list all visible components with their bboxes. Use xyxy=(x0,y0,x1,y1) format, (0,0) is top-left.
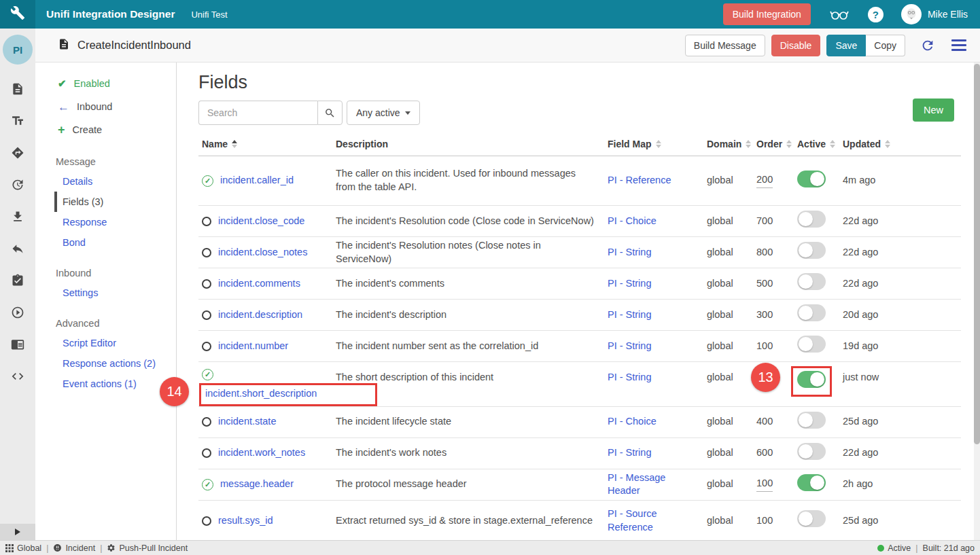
field-name-link[interactable]: incident.comments xyxy=(218,278,300,289)
new-field-button[interactable]: New xyxy=(913,99,954,122)
column-header-field-map[interactable]: Field Map xyxy=(608,139,707,149)
field-order[interactable]: 500 xyxy=(756,268,797,299)
active-toggle[interactable] xyxy=(797,273,826,290)
field-order[interactable]: 100 xyxy=(756,331,797,361)
process-avatar[interactable]: PI xyxy=(3,35,33,65)
nav-item-response-actions[interactable]: Response actions (2) xyxy=(35,353,176,374)
field-name-cell: incident.description xyxy=(198,300,336,330)
field-order[interactable]: 200 xyxy=(756,156,797,205)
field-order[interactable]: 300 xyxy=(756,300,797,330)
field-active-cell xyxy=(797,156,843,205)
search-button[interactable] xyxy=(317,101,343,125)
nav-create[interactable]: + Create xyxy=(35,118,176,141)
user-menu[interactable]: Mike Ellis xyxy=(901,4,968,24)
statusbar-integration[interactable]: Push-Pull Incident xyxy=(107,543,188,553)
active-toggle[interactable] xyxy=(797,211,826,228)
search-input[interactable] xyxy=(198,101,317,125)
column-header-domain[interactable]: Domain xyxy=(707,139,756,149)
field-name-link[interactable]: incident.caller_id xyxy=(220,175,294,185)
nav-inbound-direction[interactable]: ← Inbound xyxy=(35,95,176,118)
nav-enabled[interactable]: ✔ Enabled xyxy=(35,72,176,95)
nav-item-bond[interactable]: Bond xyxy=(35,232,176,253)
download-icon[interactable] xyxy=(11,210,24,223)
nav-item-fields[interactable]: Fields (3) xyxy=(54,192,176,212)
refresh-icon[interactable] xyxy=(920,38,935,53)
disable-button[interactable]: Disable xyxy=(771,35,821,56)
field-map-link[interactable]: PI - Source Reference xyxy=(608,507,697,534)
field-map-link[interactable]: PI - Message Header xyxy=(608,471,697,498)
save-button[interactable]: Save xyxy=(826,35,866,56)
nav-item-response[interactable]: Response xyxy=(35,212,176,232)
active-toggle[interactable] xyxy=(797,412,826,429)
column-header-order[interactable]: Order xyxy=(756,139,797,149)
statusbar-domain[interactable]: Global xyxy=(5,543,41,553)
statusbar-process[interactable]: Incident xyxy=(53,543,95,553)
app-logo[interactable] xyxy=(0,0,35,29)
build-integration-button[interactable]: Build Integration xyxy=(723,3,811,25)
field-map-link[interactable]: PI - String xyxy=(608,246,651,259)
field-name-link[interactable]: incident.close_notes xyxy=(218,247,307,257)
table-row: incident.close_code The incident's Resol… xyxy=(198,206,961,237)
active-toggle[interactable] xyxy=(797,336,826,353)
directions-icon[interactable] xyxy=(11,146,24,160)
field-map-link[interactable]: PI - String xyxy=(608,308,651,322)
field-order[interactable]: 100 xyxy=(756,469,797,500)
active-toggle[interactable] xyxy=(797,171,826,187)
field-order[interactable]: 100 xyxy=(756,501,797,541)
active-filter-dropdown[interactable]: Any active xyxy=(347,101,420,125)
code-icon[interactable] xyxy=(11,370,24,383)
active-toggle[interactable] xyxy=(797,242,826,259)
annotation-badge-13: 13 xyxy=(751,363,780,392)
field-updated: just now xyxy=(843,362,961,406)
field-order[interactable]: 400 xyxy=(756,407,797,437)
field-name-link[interactable]: result.sys_id xyxy=(218,515,273,526)
nav-item-settings[interactable]: Settings xyxy=(35,283,176,303)
task-check-icon[interactable] xyxy=(11,274,24,287)
field-name-link[interactable]: message.header xyxy=(220,478,294,489)
active-toggle[interactable] xyxy=(797,474,826,491)
field-map-link[interactable]: PI - Choice xyxy=(608,215,657,228)
menu-hamburger-icon[interactable] xyxy=(951,39,966,51)
scrollbar-thumb[interactable] xyxy=(974,64,980,444)
nav-item-event-actions[interactable]: Event actions (1) xyxy=(35,374,176,394)
column-header-description[interactable]: Description xyxy=(336,139,608,149)
field-order[interactable]: 700 xyxy=(756,206,797,236)
copy-button[interactable]: Copy xyxy=(866,35,905,56)
expand-rail-button[interactable] xyxy=(0,524,35,540)
field-name-link[interactable]: incident.close_code xyxy=(218,215,304,226)
field-name-link[interactable]: incident.short_description xyxy=(205,388,317,399)
column-header-updated[interactable]: Updated xyxy=(843,139,961,149)
active-toggle[interactable] xyxy=(797,371,826,388)
field-name-link[interactable]: incident.state xyxy=(218,416,276,427)
documentation-book-icon[interactable] xyxy=(11,338,24,351)
column-header-active[interactable]: Active xyxy=(797,139,843,149)
field-name-link[interactable]: incident.description xyxy=(218,309,302,320)
nav-item-script-editor[interactable]: Script Editor xyxy=(35,333,176,353)
preview-glasses-icon[interactable] xyxy=(828,6,850,22)
update-history-icon[interactable] xyxy=(11,178,24,192)
field-name-link[interactable]: incident.number xyxy=(218,340,288,351)
field-map-link[interactable]: PI - String xyxy=(608,340,651,353)
active-toggle[interactable] xyxy=(797,510,826,527)
text-fields-icon[interactable] xyxy=(11,114,24,128)
field-order[interactable]: 800 xyxy=(756,237,797,268)
reply-icon[interactable] xyxy=(11,242,24,255)
build-message-button[interactable]: Build Message xyxy=(685,35,765,56)
field-name-link[interactable]: incident.work_notes xyxy=(218,447,305,458)
play-circle-icon[interactable] xyxy=(11,306,24,319)
field-description: The caller on this incident. Used for in… xyxy=(336,156,608,205)
field-map-link[interactable]: PI - String xyxy=(608,277,651,291)
workspace-name[interactable]: Unifi Test xyxy=(191,10,227,20)
field-map-link[interactable]: PI - String xyxy=(608,446,651,460)
field-map-link[interactable]: PI - Reference xyxy=(608,174,671,187)
field-order[interactable]: 600 xyxy=(756,438,797,469)
field-map-link[interactable]: PI - Choice xyxy=(608,415,657,429)
document-icon[interactable] xyxy=(11,82,24,96)
field-updated: 2h ago xyxy=(843,469,961,500)
active-toggle[interactable] xyxy=(797,443,826,460)
nav-item-details[interactable]: Details xyxy=(35,171,176,192)
active-toggle[interactable] xyxy=(797,304,826,321)
column-header-name[interactable]: Name xyxy=(198,139,336,149)
field-map-link[interactable]: PI - String xyxy=(608,371,651,384)
help-icon[interactable]: ? xyxy=(868,7,883,22)
